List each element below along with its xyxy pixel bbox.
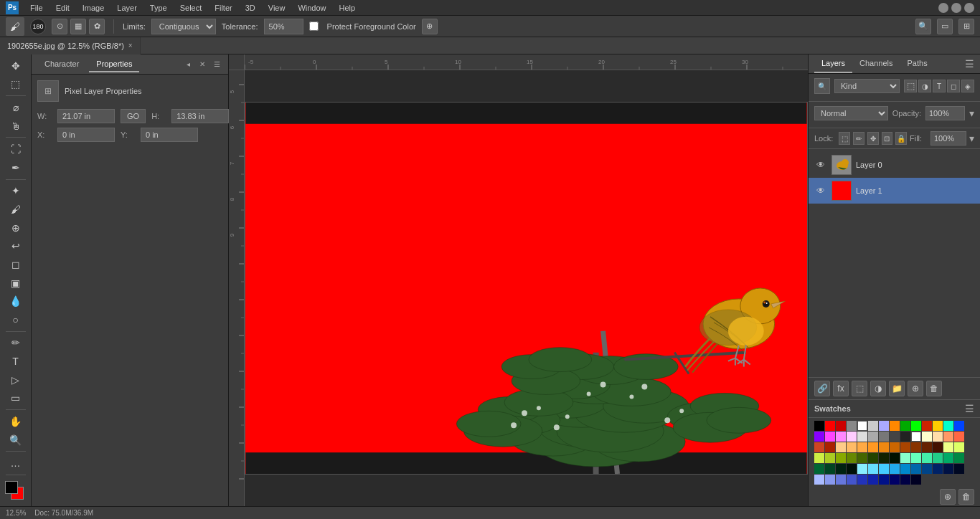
swatch-r7-9[interactable] [943,464,953,474]
swatch-r7-4[interactable] [890,464,900,474]
adjustment-layer-btn[interactable]: ◑ [870,381,886,396]
lock-artboard-btn[interactable]: ⊡ [882,132,893,145]
swatch-r8-6[interactable] [868,475,878,485]
properties-tab[interactable]: Properties [89,57,139,72]
search-icon[interactable]: 🔍 [814,78,830,94]
swatch-r7-5[interactable] [900,464,910,474]
text-tool[interactable]: T [5,353,27,370]
swatch-lightgray[interactable] [868,421,878,431]
go-button[interactable]: GO [121,109,146,123]
close-button[interactable]: ✕ [964,3,974,13]
swatch-r5-1[interactable] [943,442,953,452]
swatch-r6-7[interactable] [814,464,824,474]
target-btn[interactable]: ⊕ [422,19,438,34]
filter-pixel-btn[interactable]: ⬚ [904,80,917,92]
lock-brush-btn[interactable]: ✏ [853,132,864,145]
opacity-input[interactable] [925,106,965,120]
lock-position-btn[interactable]: ✥ [867,132,879,145]
menu-layer[interactable]: Layer [111,2,143,14]
swatch-r2-9[interactable] [857,432,867,442]
swatch-r3-5[interactable] [922,432,932,442]
layer-item-1[interactable]: 👁 Layer 1 [809,178,980,204]
stamp-tool[interactable]: ⊕ [5,219,27,237]
menu-window[interactable]: Window [292,2,331,14]
selection-tool[interactable]: ⬚ [5,76,27,93]
lock-all-btn[interactable]: 🔒 [895,132,907,145]
swatch-r4-7[interactable] [900,442,910,452]
swatch-r4-2[interactable] [847,442,857,452]
swatch-r5-10[interactable] [890,453,900,463]
height-input[interactable] [171,109,229,123]
eraser-tool[interactable]: ◻ [5,256,27,273]
swatch-r2-2[interactable] [933,421,943,431]
brush-tool[interactable]: 🖌 [5,201,27,218]
spot-heal-tool[interactable]: ✦ [5,183,27,200]
swatch-red[interactable] [825,421,835,431]
shape-tool[interactable]: ▭ [5,390,27,407]
swatch-r3-3[interactable] [900,432,910,442]
new-layer-btn[interactable]: ⊕ [908,381,923,396]
swatch-green[interactable] [900,421,910,431]
swatch-r6-3[interactable] [922,453,932,463]
swatch-r5-3[interactable] [814,453,824,463]
character-tab[interactable]: Character [37,57,86,72]
filter-adjust-btn[interactable]: ◑ [918,80,931,92]
swatch-r8-3[interactable] [836,475,846,485]
swatch-r6-4[interactable] [933,453,943,463]
pen-tool[interactable]: ✏ [5,335,27,352]
lock-transparency-btn[interactable]: ⬚ [839,132,850,145]
history-brush[interactable]: ↩ [5,237,27,254]
document-canvas[interactable] [245,102,808,475]
swatch-r8-2[interactable] [825,475,835,485]
swatch-r4-3[interactable] [857,442,867,452]
swatch-r7-3[interactable] [879,464,889,474]
swatch-r6-10[interactable] [847,464,857,474]
arrange-btn[interactable]: ⊞ [958,19,974,34]
tab-close-btn[interactable]: × [128,42,133,49]
minimize-button[interactable]: — [938,3,948,13]
swatch-r4-10[interactable] [933,442,943,452]
swatch-r8-10[interactable] [911,475,921,485]
more-tools[interactable]: … [5,454,27,472]
layers-panel-menu[interactable]: ☰ [965,58,974,70]
width-input[interactable] [57,109,115,123]
swatch-r2-8[interactable] [847,432,857,442]
swatch-r5-5[interactable] [836,453,846,463]
quick-select-tool[interactable]: 🖱 [5,118,27,135]
lasso-tool[interactable]: ⌀ [5,99,27,116]
swatch-r2-1[interactable] [922,421,932,431]
protect-fg-checkbox[interactable] [309,22,319,31]
swatch-brightgreen[interactable] [911,421,921,431]
swatch-r6-6[interactable] [954,453,964,463]
fill-input[interactable] [930,131,966,146]
swatch-r5-4[interactable] [825,453,835,463]
document-tab[interactable]: 1902655e.jpg @ 12.5% (RGB/8*) × [0,37,141,54]
swatch-r3-6[interactable] [933,432,943,442]
move-tool[interactable]: ✥ [5,57,27,75]
airbrush-btn[interactable]: ✿ [89,19,105,34]
swatch-r4-4[interactable] [868,442,878,452]
swatch-r8-4[interactable] [847,475,857,485]
layer-fx-btn[interactable]: fx [833,381,849,396]
panel-menu-btn[interactable]: ☰ [211,59,222,70]
swatch-orange[interactable] [890,421,900,431]
channels-tab[interactable]: Channels [852,54,900,73]
group-layers-btn[interactable]: 📁 [889,381,905,396]
swatch-r4-8[interactable] [911,442,921,452]
swatch-r2-5[interactable] [814,432,824,442]
menu-type[interactable]: Type [144,2,173,14]
opacity-dropdown[interactable]: ▾ [969,108,974,119]
hand-tool[interactable]: ✋ [5,413,27,430]
kind-select[interactable]: Kind [834,79,900,93]
swatch-gray[interactable] [847,421,857,431]
blur-tool[interactable]: 💧 [5,292,27,310]
x-input[interactable] [57,128,115,142]
swatch-r2-7[interactable] [836,432,846,442]
menu-view[interactable]: View [263,2,291,14]
swatch-r7-10[interactable] [954,464,964,474]
filter-shape-btn[interactable]: ◻ [947,80,960,92]
swatch-r8-9[interactable] [900,475,910,485]
add-mask-btn[interactable]: ⬚ [852,381,867,396]
brush-preset-btn[interactable]: ⊙ [52,19,67,34]
new-swatch-btn[interactable]: ⊕ [940,489,956,505]
